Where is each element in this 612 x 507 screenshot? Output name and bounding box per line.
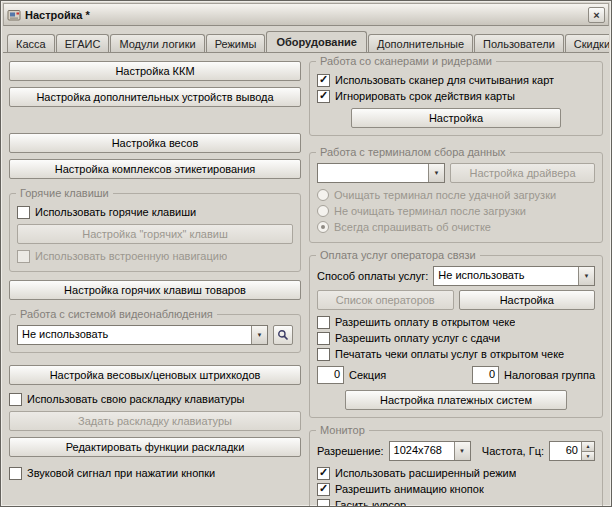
tab-equipment[interactable]: Оборудование <box>266 31 366 53</box>
extended-mode-checkbox[interactable]: ✓ Использовать расширенный режим <box>317 465 595 481</box>
checkbox-label: Разрешить оплату услуг с сдачи <box>335 332 500 344</box>
weight-price-barcodes-button[interactable]: Настройка весовых/ценовых штрихкодов <box>9 365 301 385</box>
monitor-group-title: Монитор <box>316 424 369 436</box>
custom-keyboard-layout-checkbox[interactable]: ✓ Использовать свою раскладку клавиатуры <box>9 391 301 407</box>
section-tax-row: 0 Секция 0 Налоговая группа <box>317 366 595 384</box>
radio-circle <box>317 205 329 217</box>
chevron-down-icon[interactable]: ▼ <box>251 326 267 344</box>
scanners-group-title: Работа со сканерами и ридерами <box>316 55 496 67</box>
tax-group-label: Налоговая группа <box>504 369 595 381</box>
key-sound-checkbox[interactable]: ✓ Звуковой сигнал при нажатии кнопки <box>9 465 301 481</box>
tab-modes[interactable]: Режимы <box>206 34 266 53</box>
checkbox-label: Игнорировать срок действия карты <box>335 90 515 102</box>
radio-clear-after-load[interactable]: Очищать терминал после удачной загрузки <box>317 187 595 203</box>
checkbox-box: ✓ <box>317 483 330 496</box>
scales-settings-button[interactable]: Настройка весов <box>9 133 301 153</box>
dropdown-value: Не использовать <box>18 326 251 344</box>
hotkeys-group: Горячие клавиши ✓ Использовать горячие к… <box>9 193 301 272</box>
tab-bar: Касса ЕГАИС Модули логики Режимы Оборудо… <box>3 26 609 53</box>
payment-group-title: Оплата услуг оператора связи <box>316 249 480 261</box>
checkbox-box: ✓ <box>317 332 330 345</box>
video-group-title: Работа с системой видеонаблюдения <box>16 308 217 320</box>
check-icon: ✓ <box>319 467 328 478</box>
set-layout-button[interactable]: Задать раскладку клавиатуры <box>9 411 301 431</box>
checkbox-label: Звуковой сигнал при нажатии кнопки <box>27 467 215 479</box>
frequency-spinner[interactable]: 60 ▲ ▼ <box>549 441 595 461</box>
kkm-settings-button[interactable]: Настройка ККМ <box>9 61 301 81</box>
tab-users[interactable]: Пользователи <box>474 34 564 53</box>
edit-layout-functions-button[interactable]: Редактировать функции раскладки <box>9 437 301 457</box>
allow-change-checkbox[interactable]: ✓ Разрешить оплату услуг с сдачи <box>317 330 595 346</box>
video-system-search-button[interactable] <box>273 325 293 345</box>
spin-up-icon[interactable]: ▲ <box>582 442 594 451</box>
checkbox-box: ✓ <box>317 316 330 329</box>
radio-circle <box>317 189 329 201</box>
payment-method-row: Способ оплаты услуг: Не использовать ▼ <box>317 266 595 286</box>
terminal-driver-select[interactable]: ▼ <box>317 163 445 183</box>
builtin-navigation-checkbox[interactable]: ✓ Использовать встроенную навигацию <box>17 248 293 264</box>
hide-cursor-checkbox[interactable]: ✓ Гасить курсор <box>317 497 595 507</box>
print-checks-open-check-checkbox[interactable]: ✓ Печатать чеки оплаты услуг в открытом … <box>317 346 595 362</box>
spinner-buttons: ▲ ▼ <box>581 442 594 460</box>
close-button[interactable]: × <box>588 7 605 23</box>
resolution-select[interactable]: 1024x768 ▼ <box>389 441 471 461</box>
tab-kassa[interactable]: Касса <box>7 34 55 53</box>
ignore-card-expiry-checkbox[interactable]: ✓ Игнорировать срок действия карты <box>317 88 595 104</box>
allow-open-check-checkbox[interactable]: ✓ Разрешить оплату в открытом чеке <box>317 314 595 330</box>
video-surveillance-group: Работа с системой видеонаблюдения Не исп… <box>9 314 301 353</box>
payment-method-select[interactable]: Не использовать ▼ <box>433 266 595 286</box>
app-icon <box>7 8 21 22</box>
checkbox-box: ✓ <box>317 348 330 361</box>
right-column: Работа со сканерами и ридерами ✓ Использ… <box>309 59 603 507</box>
title-bar: Настройка * × <box>3 3 609 26</box>
button-animation-checkbox[interactable]: ✓ Разрешить анимацию кнопок <box>317 481 595 497</box>
chevron-down-icon[interactable]: ▼ <box>578 267 594 285</box>
use-scanner-checkbox[interactable]: ✓ Использовать сканер для считывания кар… <box>317 72 595 88</box>
tab-logic-modules[interactable]: Модули логики <box>110 34 204 53</box>
checkbox-box: ✓ <box>317 90 330 103</box>
hotkeys-group-title: Горячие клавиши <box>16 187 113 199</box>
tab-egais[interactable]: ЕГАИС <box>56 34 110 53</box>
spinner-value: 60 <box>550 442 581 460</box>
checkbox-label: Разрешить оплату в открытом чеке <box>335 316 515 328</box>
output-devices-settings-button[interactable]: Настройка дополнительных устройств вывод… <box>9 87 301 107</box>
driver-setup-button[interactable]: Настройка драйвера <box>450 163 595 183</box>
radio-label: Не очищать терминал после загрузки <box>334 205 526 217</box>
payment-buttons-row: Список операторов Настройка <box>317 290 595 310</box>
payment-systems-setup-button[interactable]: Настройка платежных систем <box>345 390 567 410</box>
operator-payment-group: Оплата услуг оператора связи Способ опла… <box>309 255 603 418</box>
checkbox-label: Использовать сканер для считывания карт <box>335 74 554 86</box>
use-hotkeys-checkbox[interactable]: ✓ Использовать горячие клавиши <box>17 204 293 220</box>
close-icon: × <box>593 9 599 21</box>
tab-additional[interactable]: Дополнительные <box>368 34 473 53</box>
checkbox-label: Печатать чеки оплаты услуг в открытом че… <box>335 348 564 360</box>
chevron-down-icon[interactable]: ▼ <box>428 164 444 182</box>
product-hotkeys-settings-button[interactable]: Настройка горячих клавиш товаров <box>9 280 301 300</box>
checkbox-label: Разрешить анимацию кнопок <box>335 483 484 495</box>
labeling-settings-button[interactable]: Настройка комплексов этикетирования <box>9 159 301 179</box>
terminal-group-title: Работа с терминалом сбора данных <box>316 146 510 158</box>
radio-always-ask-clear[interactable]: Всегда спрашивать об очистке <box>317 219 595 235</box>
checkbox-label: Использовать свою раскладку клавиатуры <box>27 393 245 405</box>
checkbox-box: ✓ <box>317 467 330 480</box>
tax-group-input[interactable]: 0 <box>472 366 499 384</box>
radio-no-clear-after-load[interactable]: Не очищать терминал после загрузки <box>317 203 595 219</box>
dropdown-value: 1024x768 <box>390 442 454 460</box>
checkbox-box: ✓ <box>317 499 330 507</box>
operators-list-button[interactable]: Список операторов <box>317 290 454 310</box>
spin-down-icon[interactable]: ▼ <box>582 451 594 461</box>
settings-window: Настройка * × Касса ЕГАИС Модули логики … <box>0 0 612 507</box>
checkbox-label: Использовать встроенную навигацию <box>35 250 227 262</box>
frequency-label: Частота, Гц: <box>482 445 544 457</box>
section-input[interactable]: 0 <box>317 366 344 384</box>
checkbox-box: ✓ <box>17 206 30 219</box>
chevron-down-icon[interactable]: ▼ <box>454 442 470 460</box>
payment-setup-button[interactable]: Настройка <box>459 290 596 310</box>
checkbox-box: ✓ <box>317 74 330 87</box>
scanners-setup-button[interactable]: Настройка <box>351 108 561 128</box>
section-label: Секция <box>349 369 386 381</box>
video-system-select[interactable]: Не использовать ▼ <box>17 325 268 345</box>
resolution-frequency-row: Разрешение: 1024x768 ▼ Частота, Гц: 60 ▲… <box>317 441 595 461</box>
hotkeys-setup-button[interactable]: Настройка "горячих" клавиш <box>17 224 293 244</box>
tab-discounts[interactable]: Скидки... <box>565 34 609 53</box>
